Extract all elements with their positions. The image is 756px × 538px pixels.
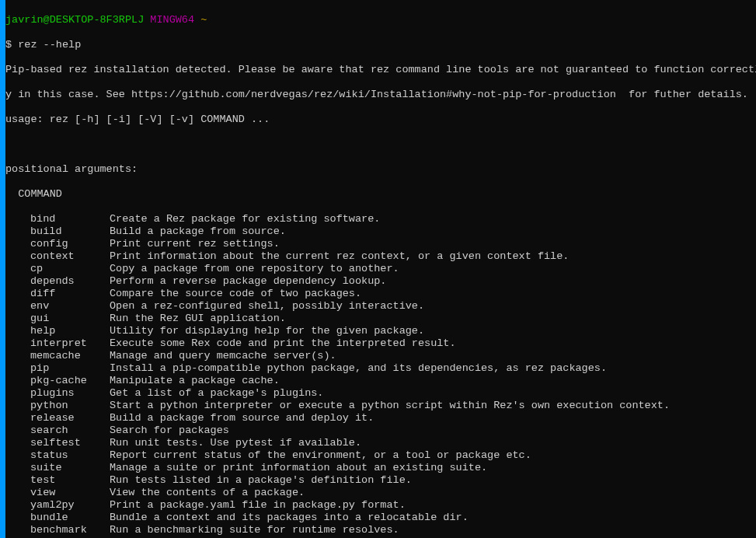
command-row: bundleBundle a context and its packages … — [5, 512, 756, 524]
command-row: pluginsGet a list of a package's plugins… — [5, 387, 756, 400]
prompt-symbol: $ — [5, 39, 12, 51]
command-row: benchmarkRun a benchmarking suite for ru… — [5, 524, 756, 536]
warning-line-2: y in this case. See https://github.com/n… — [5, 89, 756, 101]
command-row: selftestRun unit tests. Use pytest if av… — [5, 437, 756, 449]
command-name: bind — [30, 213, 110, 225]
command-description: Manage a suite or print information abou… — [110, 462, 756, 474]
command-name: context — [30, 250, 110, 263]
command-row: suiteManage a suite or print information… — [5, 462, 756, 474]
command-description: Print current rez settings. — [110, 238, 756, 250]
scrollbar[interactable] — [0, 0, 5, 538]
usage-line: usage: rez [-h] [-i] [-V] [-v] COMMAND .… — [5, 114, 756, 126]
command-name: search — [30, 424, 110, 437]
command-row: contextPrint information about the curre… — [5, 250, 756, 263]
entered-command: rez --help — [18, 39, 81, 51]
command-name: depends — [30, 275, 110, 288]
command-row: pkg-cacheManipulate a package cache. — [5, 375, 756, 387]
command-row: helpUtility for displaying help for the … — [5, 325, 756, 337]
command-description: Copy a package from one repository to an… — [110, 263, 756, 275]
command-description: Utility for displaying help for the give… — [110, 325, 756, 337]
command-row: pipInstall a pip-compatible python packa… — [5, 362, 756, 375]
command-row: buildBuild a package from source. — [5, 225, 756, 238]
prompt-shell: MINGW64 — [150, 14, 194, 26]
command-description: Install a pip-compatible python package,… — [110, 362, 756, 375]
command-name: gui — [30, 313, 110, 325]
prompt-user: javrin@DESKTOP-8F3RPLJ — [5, 14, 144, 26]
command-row: configPrint current rez settings. — [5, 238, 756, 250]
command-row: releaseBuild a package from source and d… — [5, 412, 756, 424]
command-description: Print information about the current rez … — [110, 250, 756, 263]
command-description: Manipulate a package cache. — [110, 375, 756, 387]
command-row: searchSearch for packages — [5, 424, 756, 437]
warning-line-1: Pip-based rez installation detected. Ple… — [5, 64, 756, 76]
command-description: Manage and query memcache server(s). — [110, 350, 756, 362]
command-line: $ rez --help — [5, 39, 756, 51]
command-description: Build a package from source. — [110, 225, 756, 238]
command-name: bundle — [30, 512, 110, 524]
command-name: pip — [30, 362, 110, 375]
command-description: Run the Rez GUI application. — [110, 313, 756, 325]
prompt-line: javrin@DESKTOP-8F3RPLJ MINGW64 ~ — [5, 14, 756, 26]
command-description: Build a package from source and deploy i… — [110, 412, 756, 424]
command-description: Get a list of a package's plugins. — [110, 387, 756, 400]
command-row: statusReport current status of the envir… — [5, 449, 756, 462]
command-name: plugins — [30, 387, 110, 400]
command-name: status — [30, 449, 110, 462]
command-description: Run a benchmarking suite for runtime res… — [110, 524, 756, 536]
command-description: Execute some Rex code and print the inte… — [110, 337, 756, 350]
command-row: yaml2pyPrint a package.yaml file in pack… — [5, 499, 756, 512]
command-description: Search for packages — [110, 424, 756, 437]
command-name: suite — [30, 462, 110, 474]
command-row: dependsPerform a reverse package depende… — [5, 275, 756, 288]
command-description: Perform a reverse package dependency loo… — [110, 275, 756, 288]
command-description: Create a Rez package for existing softwa… — [110, 213, 756, 225]
command-name: interpret — [30, 337, 110, 350]
command-row: cpCopy a package from one repository to … — [5, 263, 756, 275]
command-row: diffCompare the source code of two packa… — [5, 288, 756, 300]
command-name: python — [30, 400, 110, 412]
command-name: pkg-cache — [30, 375, 110, 387]
blank-line — [5, 138, 756, 151]
command-description: Run unit tests. Use pytest if available. — [110, 437, 756, 449]
command-row: bindCreate a Rez package for existing so… — [5, 213, 756, 225]
command-name: config — [30, 238, 110, 250]
command-row: pythonStart a python interpreter or exec… — [5, 400, 756, 412]
command-name: build — [30, 225, 110, 238]
command-name: benchmark — [30, 524, 110, 536]
command-description: Open a rez-configured shell, possibly in… — [110, 300, 756, 313]
command-description: Start a python interpreter or execute a … — [110, 400, 756, 412]
command-header: COMMAND — [5, 188, 756, 201]
command-row: testRun tests listed in a package's defi… — [5, 474, 756, 487]
command-name: help — [30, 325, 110, 337]
command-row: envOpen a rez-configured shell, possibly… — [5, 300, 756, 313]
command-description: Run tests listed in a package's definiti… — [110, 474, 756, 487]
command-name: diff — [30, 288, 110, 300]
command-row: guiRun the Rez GUI application. — [5, 313, 756, 325]
positional-header: positional arguments: — [5, 163, 756, 176]
command-name: release — [30, 412, 110, 424]
command-row: interpretExecute some Rex code and print… — [5, 337, 756, 350]
terminal-output[interactable]: javrin@DESKTOP-8F3RPLJ MINGW64 ~ $ rez -… — [5, 0, 756, 538]
command-row: viewView the contents of a package. — [5, 487, 756, 499]
command-name: test — [30, 474, 110, 487]
command-description: Report current status of the environment… — [110, 449, 756, 462]
prompt-path: ~ — [200, 14, 207, 26]
command-description: Print a package.yaml file in package.py … — [110, 499, 756, 512]
command-name: cp — [30, 263, 110, 275]
command-description: View the contents of a package. — [110, 487, 756, 499]
command-name: view — [30, 487, 110, 499]
command-name: memcache — [30, 350, 110, 362]
command-description: Bundle a context and its packages into a… — [110, 512, 756, 524]
command-name: yaml2py — [30, 499, 110, 512]
command-name: selftest — [30, 437, 110, 449]
command-description: Compare the source code of two packages. — [110, 288, 756, 300]
command-row: memcacheManage and query memcache server… — [5, 350, 756, 362]
command-name: env — [30, 300, 110, 313]
